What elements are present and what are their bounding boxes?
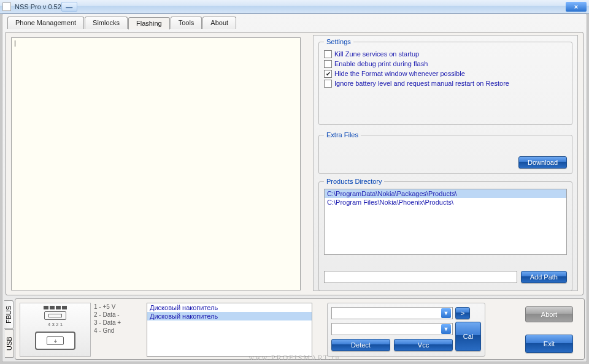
minimize-button[interactable]: — [61, 2, 77, 12]
pin-legend-row: 3 - Data + [94, 319, 121, 327]
usb-pin-numbers: 4 3 2 1 [48, 322, 63, 327]
add-path-button[interactable]: Add Path [521, 271, 567, 283]
tab-usb[interactable]: USB [5, 329, 14, 358]
tab-flashing[interactable]: Flashing [128, 17, 170, 29]
list-item[interactable]: C:\ProgramData\Nokia\Packages\Products\ [325, 189, 566, 198]
close-button[interactable]: × [566, 2, 587, 12]
usb-port-diagram: 4 3 2 1 ⏚ [20, 303, 91, 357]
products-legend: Products Directory [324, 178, 384, 185]
tab-tools[interactable]: Tools [171, 17, 202, 29]
list-item[interactable]: Дисковый накопитель [147, 303, 312, 312]
list-item[interactable]: C:\Program Files\Nokia\Phoenix\Products\ [325, 198, 566, 207]
tab-phone-management[interactable]: Phone Management [7, 17, 84, 29]
disks-listbox[interactable]: Дисковый накопитель Дисковый накопитель [147, 303, 312, 357]
checkbox-icon: ✔ [324, 70, 332, 78]
setting-ignore-battery[interactable]: Ignore battery level and request manual … [324, 78, 567, 88]
chevron-down-icon: ▼ [441, 308, 451, 318]
control-panel: ▼ ▼ Detect Vcc > Cal [327, 303, 485, 357]
checkbox-icon [324, 80, 332, 88]
pin-legend: 1 - +5 V 2 - Data - 3 - Data + 4 - Gnd [94, 303, 121, 335]
usb-symbol-icon: ⏚ [47, 336, 64, 345]
connection-panel: 4 3 2 1 ⏚ 1 - +5 V 2 - Data - 3 - Data +… [15, 298, 585, 360]
tab-fbus[interactable]: FBUS [4, 300, 13, 329]
extra-files-group: Extra Files Download [318, 131, 572, 174]
usb-mini-port-icon [44, 311, 66, 320]
right-column: Settings Kill Zune services on startup E… [313, 35, 578, 291]
exit-button[interactable]: Exit [525, 335, 573, 353]
right-buttons: Abort Exit [525, 303, 577, 357]
download-button[interactable]: Download [518, 156, 567, 169]
abort-button[interactable]: Abort [525, 306, 573, 322]
products-directory-group: Products Directory C:\ProgramData\Nokia\… [318, 178, 572, 291]
products-listbox[interactable]: C:\ProgramData\Nokia\Packages\Products\ … [324, 189, 567, 255]
pin-legend-row: 2 - Data - [94, 311, 121, 319]
connection-tabstrip: FBUS USB [4, 300, 15, 358]
checkbox-icon [324, 50, 332, 58]
setting-debug-print[interactable]: Enable debug print during flash [324, 59, 567, 69]
titlebar: NSS Pro v 0.52 — × [0, 0, 589, 13]
chevron-down-icon: ▼ [441, 324, 451, 334]
setting-label: Kill Zune services on startup [334, 50, 419, 58]
extra-files-legend: Extra Files [324, 131, 361, 138]
setting-label: Enable debug print during flash [334, 60, 428, 67]
combo-1[interactable]: ▼ [331, 307, 453, 319]
detect-button[interactable]: Detect [331, 339, 390, 351]
vcc-button[interactable]: Vcc [394, 339, 453, 351]
usb-contacts-icon [44, 306, 67, 309]
tab-about[interactable]: About [202, 17, 236, 29]
list-item[interactable]: Дисковый накопитель [147, 312, 312, 320]
cal-button[interactable]: Cal [455, 322, 481, 351]
client-area: Phone Management Simlocks Flashing Tools… [2, 13, 587, 362]
flashing-panel: | Settings Kill Zune services on startup… [6, 32, 583, 295]
app-icon [2, 2, 11, 11]
setting-hide-format[interactable]: ✔ Hide the Format window whenever possib… [324, 69, 567, 78]
pin-legend-row: 1 - +5 V [94, 303, 121, 311]
log-textarea[interactable]: | [11, 37, 301, 290]
main-tabstrip: Phone Management Simlocks Flashing Tools… [2, 14, 587, 29]
setting-kill-zune[interactable]: Kill Zune services on startup [324, 49, 567, 59]
settings-legend: Settings [324, 38, 353, 45]
setting-label: Ignore battery level and request manual … [334, 80, 509, 87]
tab-simlocks[interactable]: Simlocks [85, 17, 128, 29]
go-button[interactable]: > [455, 307, 470, 319]
checkbox-icon [324, 60, 332, 68]
usb-a-port-icon: ⏚ [35, 332, 75, 350]
pin-legend-row: 4 - Gnd [94, 327, 121, 335]
window-title: NSS Pro v 0.52 [15, 3, 61, 10]
products-path-input[interactable] [324, 271, 517, 283]
setting-label: Hide the Format window whenever possible [334, 70, 465, 77]
bottom-bar: FBUS USB 4 3 2 1 ⏚ 1 - +5 V 2 - Data - 3… [4, 298, 585, 362]
settings-group: Settings Kill Zune services on startup E… [318, 38, 572, 125]
combo-2[interactable]: ▼ [331, 323, 453, 335]
